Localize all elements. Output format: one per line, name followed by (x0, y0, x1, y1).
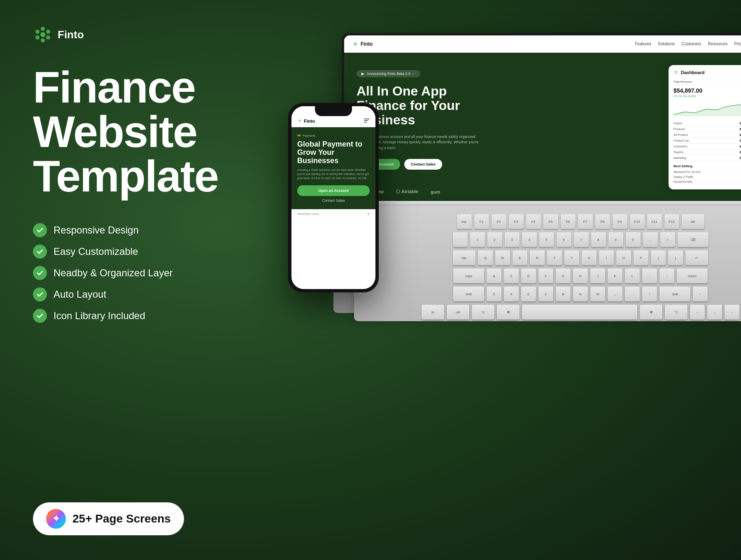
key-c: C (521, 287, 536, 301)
svg-point-19 (299, 121, 301, 122)
logo-area: Finto (33, 25, 263, 44)
svg-point-14 (676, 72, 677, 73)
phone-menu-icon (364, 119, 370, 124)
revenue-label: Total Revenue (673, 80, 692, 83)
svg-point-17 (674, 72, 675, 72)
key-return: ↵ (685, 250, 708, 265)
laptop-nav: Finto Features Solutions Customers Resou… (344, 35, 741, 53)
key-return2: return (677, 268, 708, 283)
phone-section-text: Payments (303, 134, 315, 137)
key-g: G (556, 268, 571, 283)
figma-icon: ✦ (46, 509, 66, 529)
key-z: Z (487, 287, 501, 301)
check-icon-organized (33, 266, 47, 280)
features-list: Responsive Design Easy Customizable Nead… (33, 223, 263, 323)
key-f6: F6 (561, 214, 576, 229)
key-s: S (504, 268, 519, 283)
phone-footer-icon: ⚙ (367, 212, 370, 216)
svg-point-9 (355, 45, 356, 46)
svg-point-12 (354, 44, 354, 45)
svg-point-23 (301, 120, 301, 121)
keyboard-row-1: esc F1 F2 F3 F4 F5 F6 F7 F8 F9 F10 F11 F… (362, 214, 741, 229)
nav-link-features[interactable]: Features (635, 42, 651, 46)
right-panel: Finto Features Solutions Customers Resou… (247, 0, 741, 560)
key-cmd-r: ⌘ (640, 305, 662, 320)
key-f2: F2 (492, 214, 506, 229)
phone-hero-desc: Growing a SaaS business can be hard work… (297, 168, 370, 180)
phone-hero: 💳 Payments Global Payment to Grow Your B… (291, 127, 375, 209)
key-i: I (599, 250, 614, 265)
feature-label-organized: Neadby & Organized Layer (54, 267, 173, 279)
svg-point-15 (676, 71, 676, 72)
key-t: T (547, 250, 562, 265)
key-q: Q (478, 250, 493, 265)
svg-point-21 (299, 122, 300, 123)
finto-logo-icon (33, 25, 53, 44)
keyboard-row-6: fn ctrl ⌥ ⌘ ⌘ ⌥ ← ↓ → (362, 305, 741, 320)
feature-label-autolayout: Auto Layout (54, 289, 106, 300)
dash-reports: Reports $170 (673, 149, 741, 155)
key-f8: F8 (595, 214, 610, 229)
key-a: A (487, 268, 501, 283)
nav-link-resources[interactable]: Resources (708, 42, 728, 46)
svg-rect-24 (364, 119, 370, 119)
phone-notch (315, 106, 352, 116)
key-semicolon: ; (642, 268, 657, 283)
laptop-hero: ▶ Announcing Finto Beta 2.0 → All In One… (344, 53, 741, 201)
key-y: Y (564, 250, 579, 265)
keyboard-row-5: shift Z X C V B N M , . / shift ↑ (362, 287, 741, 301)
key-n: N (573, 287, 588, 301)
key-f5: F5 (543, 214, 558, 229)
dash-orders: Orders $243 (673, 121, 741, 126)
key-b: B (556, 287, 571, 301)
nav-link-pricing[interactable]: Pricing (734, 42, 741, 46)
key-rbracket: ] (668, 250, 683, 265)
key-down: ↓ (707, 305, 722, 320)
dashboard-title: Dashboard (681, 70, 704, 75)
key-right: → (725, 305, 739, 320)
key-w: W (495, 250, 510, 265)
key-capslock: caps (453, 268, 484, 283)
key-quote: ' (659, 268, 674, 283)
laptop-nav-logo: Finto (352, 41, 373, 47)
key-up: ↑ (693, 287, 708, 301)
key-v: V (538, 287, 553, 301)
nav-link-customers[interactable]: Customers (681, 42, 701, 46)
brand-gum: gum (431, 189, 440, 194)
feature-label-responsive: Responsive Design (54, 224, 139, 236)
key-minus: - (643, 232, 658, 247)
svg-point-1 (41, 27, 45, 31)
phone-footer-text: Alexander Carey (297, 212, 319, 215)
key-k: K (608, 268, 622, 283)
key-3: 3 (505, 232, 520, 247)
product-homepod: HomePod Mini $7 (673, 180, 741, 184)
nav-link-solutions[interactable]: Solutions (658, 42, 675, 46)
svg-rect-25 (364, 120, 368, 121)
phone-mockup: Finto 💳 Payments Global Payment to Grow … (288, 103, 379, 292)
svg-point-11 (356, 43, 357, 44)
key-f12: F12 (664, 214, 679, 229)
check-icon-autolayout (33, 287, 47, 301)
keyboard-row-3: tab Q W E R T Y U I O P [ ] ↵ (362, 250, 741, 265)
check-icon-customizable (33, 245, 47, 259)
key-option: ⌥ (472, 305, 494, 320)
svg-point-16 (676, 73, 676, 74)
key-h: H (573, 268, 588, 283)
product-macbook: Macbook Pro 16 inch $22 (673, 170, 741, 175)
keyboard: esc F1 F2 F3 F4 F5 F6 F7 F8 F9 F10 F11 F… (354, 206, 741, 321)
svg-point-3 (35, 30, 40, 34)
feature-icons: Icon Library Included (33, 309, 263, 323)
svg-point-4 (46, 30, 50, 34)
best-selling-label: Best Selling (673, 164, 741, 168)
phone-hero-title: Global Payment to Grow Your Businesses (297, 140, 370, 165)
svg-point-6 (46, 35, 50, 40)
key-backtick: ` (453, 232, 468, 247)
key-f4: F4 (526, 214, 541, 229)
contact-sales-button[interactable]: Contact Sales (404, 159, 442, 170)
phone-section-badge: 💳 Payments (297, 134, 370, 137)
key-f3: F3 (509, 214, 524, 229)
feature-label-customizable: Easy Customizable (54, 246, 138, 257)
phone-contact-sales-button[interactable]: Contact Sales (297, 198, 370, 203)
phone-open-account-button[interactable]: Open an Account (297, 185, 370, 196)
key-slash: / (642, 287, 657, 301)
